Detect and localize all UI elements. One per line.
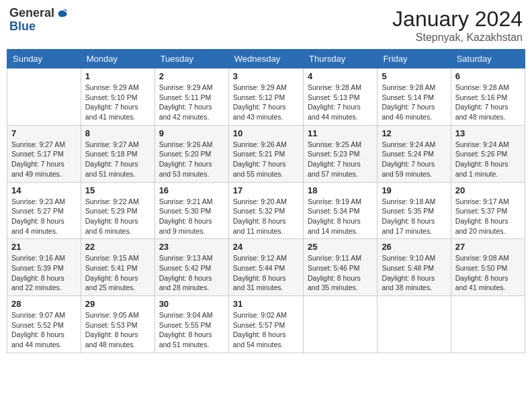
day-number: 6 (455, 71, 521, 81)
day-info: Sunrise: 9:22 AMSunset: 5:29 PMDaylight:… (85, 197, 150, 236)
day-number: 31 (233, 299, 299, 309)
location-title: Stepnyak, Kazakhstan (392, 32, 523, 44)
day-number: 7 (11, 128, 77, 138)
calendar-cell: 10Sunrise: 9:26 AMSunset: 5:21 PMDayligh… (228, 125, 303, 182)
calendar-cell: 16Sunrise: 9:21 AMSunset: 5:30 PMDayligh… (154, 182, 228, 239)
day-number: 30 (159, 299, 224, 309)
header-day-sunday: Sunday (7, 50, 81, 68)
day-number: 1 (85, 71, 150, 81)
day-number: 15 (85, 185, 150, 195)
day-info: Sunrise: 9:29 AMSunset: 5:10 PMDaylight:… (85, 83, 150, 122)
calendar-cell: 26Sunrise: 9:10 AMSunset: 5:48 PMDayligh… (378, 239, 451, 296)
day-number: 27 (455, 242, 521, 252)
day-info: Sunrise: 9:28 AMSunset: 5:14 PMDaylight:… (382, 83, 446, 122)
calendar-table: SundayMondayTuesdayWednesdayThursdayFrid… (7, 49, 525, 353)
calendar-cell (451, 296, 525, 353)
day-number: 19 (382, 185, 446, 195)
day-info: Sunrise: 9:26 AMSunset: 5:21 PMDaylight:… (233, 140, 299, 179)
calendar-cell: 8Sunrise: 9:27 AMSunset: 5:18 PMDaylight… (81, 125, 154, 182)
day-number: 14 (11, 185, 77, 195)
day-number: 13 (455, 128, 521, 138)
day-info: Sunrise: 9:24 AMSunset: 5:24 PMDaylight:… (382, 140, 446, 179)
page-header: General Blue January 2024 Stepnyak, Kaza… (7, 7, 525, 44)
day-info: Sunrise: 9:19 AMSunset: 5:34 PMDaylight:… (308, 197, 373, 236)
day-number: 26 (382, 242, 446, 252)
calendar-cell: 23Sunrise: 9:13 AMSunset: 5:42 PMDayligh… (154, 239, 228, 296)
day-number: 9 (159, 128, 224, 138)
logo-icon (56, 7, 69, 20)
calendar-cell: 24Sunrise: 9:12 AMSunset: 5:44 PMDayligh… (228, 239, 303, 296)
calendar-week-row: 28Sunrise: 9:07 AMSunset: 5:52 PMDayligh… (7, 296, 525, 353)
day-info: Sunrise: 9:26 AMSunset: 5:20 PMDaylight:… (159, 140, 224, 179)
calendar-cell: 15Sunrise: 9:22 AMSunset: 5:29 PMDayligh… (81, 182, 154, 239)
day-info: Sunrise: 9:04 AMSunset: 5:55 PMDaylight:… (159, 310, 224, 350)
title-block: January 2024 Stepnyak, Kazakhstan (392, 7, 523, 44)
calendar-week-row: 14Sunrise: 9:23 AMSunset: 5:27 PMDayligh… (7, 182, 525, 239)
calendar-cell: 19Sunrise: 9:18 AMSunset: 5:35 PMDayligh… (378, 182, 451, 239)
day-info: Sunrise: 9:15 AMSunset: 5:41 PMDaylight:… (85, 253, 150, 293)
day-info: Sunrise: 9:02 AMSunset: 5:57 PMDaylight:… (233, 310, 299, 350)
calendar-cell: 11Sunrise: 9:25 AMSunset: 5:23 PMDayligh… (303, 125, 377, 182)
calendar-cell: 4Sunrise: 9:28 AMSunset: 5:13 PMDaylight… (303, 68, 377, 126)
day-info: Sunrise: 9:17 AMSunset: 5:37 PMDaylight:… (455, 197, 521, 236)
day-number: 11 (308, 128, 373, 138)
calendar-cell (303, 296, 377, 353)
calendar-cell: 29Sunrise: 9:05 AMSunset: 5:53 PMDayligh… (81, 296, 154, 353)
day-number: 28 (11, 299, 77, 309)
header-day-tuesday: Tuesday (154, 50, 228, 68)
calendar-cell: 2Sunrise: 9:29 AMSunset: 5:11 PMDaylight… (154, 68, 228, 126)
day-number: 16 (159, 185, 224, 195)
header-day-monday: Monday (81, 50, 154, 68)
calendar-cell: 21Sunrise: 9:16 AMSunset: 5:39 PMDayligh… (7, 239, 81, 296)
calendar-cell: 22Sunrise: 9:15 AMSunset: 5:41 PMDayligh… (81, 239, 154, 296)
calendar-cell: 17Sunrise: 9:20 AMSunset: 5:32 PMDayligh… (228, 182, 303, 239)
header-day-wednesday: Wednesday (228, 50, 303, 68)
day-info: Sunrise: 9:16 AMSunset: 5:39 PMDaylight:… (11, 253, 77, 293)
calendar-cell: 28Sunrise: 9:07 AMSunset: 5:52 PMDayligh… (7, 296, 81, 353)
calendar-cell: 5Sunrise: 9:28 AMSunset: 5:14 PMDaylight… (378, 68, 451, 126)
logo-general: General (9, 7, 54, 20)
day-info: Sunrise: 9:27 AMSunset: 5:17 PMDaylight:… (11, 140, 77, 179)
day-info: Sunrise: 9:18 AMSunset: 5:35 PMDaylight:… (382, 197, 446, 236)
calendar-cell: 14Sunrise: 9:23 AMSunset: 5:27 PMDayligh… (7, 182, 81, 239)
day-number: 3 (233, 71, 299, 81)
day-info: Sunrise: 9:12 AMSunset: 5:44 PMDaylight:… (233, 253, 299, 293)
day-info: Sunrise: 9:29 AMSunset: 5:12 PMDaylight:… (233, 83, 299, 122)
calendar-week-row: 7Sunrise: 9:27 AMSunset: 5:17 PMDaylight… (7, 125, 525, 182)
calendar-cell: 9Sunrise: 9:26 AMSunset: 5:20 PMDaylight… (154, 125, 228, 182)
day-number: 4 (308, 71, 373, 81)
day-number: 2 (159, 71, 224, 81)
day-info: Sunrise: 9:23 AMSunset: 5:27 PMDaylight:… (11, 197, 77, 236)
day-info: Sunrise: 9:27 AMSunset: 5:18 PMDaylight:… (85, 140, 150, 179)
calendar-cell (7, 68, 81, 126)
day-info: Sunrise: 9:20 AMSunset: 5:32 PMDaylight:… (233, 197, 299, 236)
day-number: 22 (85, 242, 150, 252)
day-info: Sunrise: 9:24 AMSunset: 5:26 PMDaylight:… (455, 140, 521, 179)
day-info: Sunrise: 9:05 AMSunset: 5:53 PMDaylight:… (85, 310, 150, 350)
day-info: Sunrise: 9:25 AMSunset: 5:23 PMDaylight:… (308, 140, 373, 179)
calendar-cell: 31Sunrise: 9:02 AMSunset: 5:57 PMDayligh… (228, 296, 303, 353)
day-info: Sunrise: 9:13 AMSunset: 5:42 PMDaylight:… (159, 253, 224, 293)
logo: General Blue (9, 7, 69, 34)
day-number: 20 (455, 185, 521, 195)
calendar-cell: 12Sunrise: 9:24 AMSunset: 5:24 PMDayligh… (378, 125, 451, 182)
calendar-cell: 18Sunrise: 9:19 AMSunset: 5:34 PMDayligh… (303, 182, 377, 239)
day-info: Sunrise: 9:10 AMSunset: 5:48 PMDaylight:… (382, 253, 446, 293)
calendar-cell (378, 296, 451, 353)
calendar-cell: 7Sunrise: 9:27 AMSunset: 5:17 PMDaylight… (7, 125, 81, 182)
calendar-cell: 27Sunrise: 9:08 AMSunset: 5:50 PMDayligh… (451, 239, 525, 296)
logo-blue: Blue (9, 19, 36, 33)
day-number: 21 (11, 242, 77, 252)
day-info: Sunrise: 9:28 AMSunset: 5:13 PMDaylight:… (308, 83, 373, 122)
calendar-cell: 6Sunrise: 9:28 AMSunset: 5:16 PMDaylight… (451, 68, 525, 126)
day-info: Sunrise: 9:08 AMSunset: 5:50 PMDaylight:… (455, 253, 521, 293)
calendar-cell: 30Sunrise: 9:04 AMSunset: 5:55 PMDayligh… (154, 296, 228, 353)
day-info: Sunrise: 9:28 AMSunset: 5:16 PMDaylight:… (455, 83, 521, 122)
day-number: 10 (233, 128, 299, 138)
calendar-cell: 20Sunrise: 9:17 AMSunset: 5:37 PMDayligh… (451, 182, 525, 239)
day-number: 25 (308, 242, 373, 252)
day-number: 8 (85, 128, 150, 138)
header-day-friday: Friday (378, 50, 451, 68)
day-info: Sunrise: 9:21 AMSunset: 5:30 PMDaylight:… (159, 197, 224, 236)
day-info: Sunrise: 9:11 AMSunset: 5:46 PMDaylight:… (308, 253, 373, 293)
